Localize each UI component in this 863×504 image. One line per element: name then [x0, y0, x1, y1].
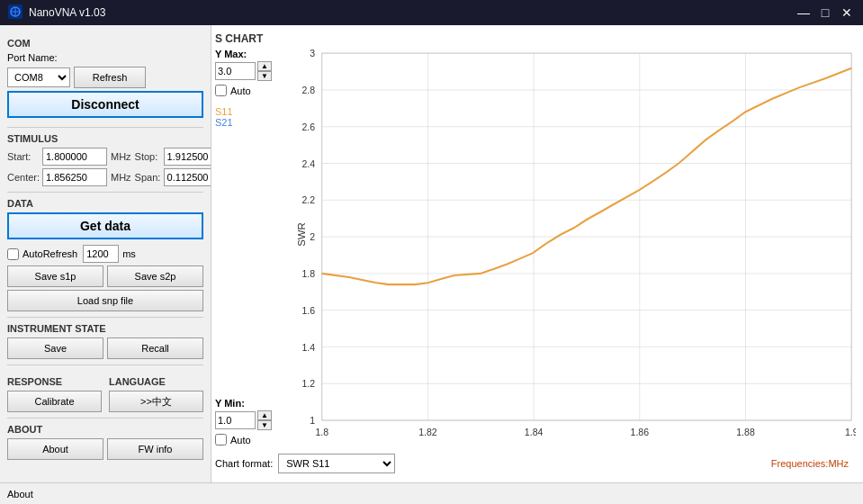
svg-text:1.4: 1.4	[301, 341, 315, 352]
svg-text:1.88: 1.88	[736, 426, 754, 436]
app-logo	[7, 4, 23, 22]
svg-text:2.2: 2.2	[301, 194, 315, 205]
app-title: NanoVNA v1.03	[29, 6, 791, 19]
recall-button[interactable]: Recall	[107, 338, 203, 359]
svg-text:1.86: 1.86	[631, 426, 649, 436]
save-s2p-button[interactable]: Save s2p	[107, 266, 203, 287]
y-max-up[interactable]: ▲	[257, 61, 272, 71]
svg-text:1.6: 1.6	[301, 304, 315, 315]
start-unit: MHz	[111, 151, 131, 162]
start-input[interactable]	[42, 148, 107, 166]
save-s1p-button[interactable]: Save s1p	[7, 266, 103, 287]
svg-text:2.6: 2.6	[301, 121, 315, 131]
language-button[interactable]: >>中文	[109, 391, 203, 412]
chart-svg: 3 2.8 2.6 2.4 2.2 2 1.8 1.6 1.4 1.2 1 1.…	[296, 49, 856, 448]
chart-format-label: Chart format:	[215, 458, 273, 469]
y-min-label: Y Min:	[215, 398, 245, 409]
y-max-auto-checkbox[interactable]	[215, 85, 227, 96]
chart-container: 3 2.8 2.6 2.4 2.2 2 1.8 1.6 1.4 1.2 1 1.…	[296, 49, 856, 448]
calibrate-button[interactable]: Calibrate	[7, 391, 102, 412]
frequencies-label: Frequencies:MHz	[771, 458, 849, 469]
load-snp-button[interactable]: Load snp file	[7, 290, 203, 311]
svg-text:1.84: 1.84	[525, 426, 543, 436]
get-data-button[interactable]: Get data	[7, 212, 203, 239]
svg-text:1.8: 1.8	[301, 268, 315, 279]
y-min-input[interactable]	[215, 411, 256, 429]
minimize-button[interactable]: —	[795, 4, 813, 22]
statusbar: About	[0, 482, 863, 504]
right-panel: S CHART Y Max: ▲ ▼	[211, 25, 863, 482]
port-name-label: Port Name:	[7, 52, 58, 63]
svg-text:2.4: 2.4	[301, 158, 315, 168]
chart-format-select[interactable]: SWR S11 SWR S21 S11 Smith S21 Phase S11 …	[278, 454, 395, 473]
close-button[interactable]: ✕	[838, 4, 856, 22]
y-max-auto-label: Auto	[230, 86, 251, 96]
instrument-state-label: INSTRUMENT STATE	[7, 323, 203, 334]
start-label: Start:	[7, 151, 39, 162]
svg-text:1.8: 1.8	[315, 426, 328, 436]
response-label: RESPONSE	[7, 376, 102, 387]
stop-label: Stop:	[135, 151, 160, 162]
svg-text:2.8: 2.8	[301, 85, 315, 95]
autorefresh-label: AutoRefresh	[22, 248, 77, 259]
left-panel: COM Port Name: COM8 Refresh Disconnect S…	[0, 25, 211, 482]
status-about-text: About	[7, 489, 33, 500]
chart-area: Y Max: ▲ ▼ Auto S11	[215, 49, 856, 448]
center-label: Center:	[7, 172, 39, 183]
y-min-down[interactable]: ▼	[257, 420, 272, 430]
y-min-auto-label: Auto	[230, 435, 251, 446]
bottom-bar: Chart format: SWR S11 SWR S21 S11 Smith …	[215, 452, 856, 475]
titlebar: NanoVNA v1.03 — □ ✕	[0, 0, 863, 25]
data-section-label: DATA	[7, 198, 203, 209]
about-section-label: ABOUT	[7, 424, 203, 435]
svg-text:1.82: 1.82	[418, 426, 436, 436]
y-min-up[interactable]: ▲	[257, 410, 272, 420]
center-input[interactable]	[42, 168, 107, 186]
chart-title: S CHART	[215, 32, 856, 45]
autorefresh-input[interactable]	[83, 245, 119, 263]
span-label: Span:	[135, 172, 160, 183]
s21-legend: S21	[215, 117, 292, 128]
svg-text:1.2: 1.2	[301, 378, 315, 389]
save-state-button[interactable]: Save	[7, 338, 103, 359]
svg-text:1: 1	[310, 415, 315, 426]
svg-text:SWR: SWR	[296, 222, 306, 247]
com-section-label: COM	[7, 38, 203, 49]
language-label: LANGUAGE	[109, 376, 203, 387]
autorefresh-checkbox[interactable]	[7, 248, 19, 260]
disconnect-button[interactable]: Disconnect	[7, 91, 203, 118]
svg-text:1.9: 1.9	[845, 426, 856, 436]
stimulus-label: STIMULUS	[7, 133, 203, 144]
maximize-button[interactable]: □	[816, 4, 834, 22]
fw-info-button[interactable]: FW info	[107, 438, 203, 460]
y-max-down[interactable]: ▼	[257, 71, 272, 81]
span-input[interactable]	[164, 168, 211, 186]
stop-input[interactable]	[164, 148, 211, 166]
s11-legend: S11	[215, 106, 292, 117]
y-max-label: Y Max:	[215, 49, 247, 59]
y-controls: Y Max: ▲ ▼ Auto S11	[215, 49, 296, 448]
svg-text:2: 2	[310, 231, 315, 242]
y-min-auto-checkbox[interactable]	[215, 434, 227, 446]
about-button[interactable]: About	[7, 438, 103, 460]
svg-text:3: 3	[310, 49, 315, 58]
refresh-button[interactable]: Refresh	[74, 67, 146, 88]
port-select[interactable]: COM8	[7, 68, 70, 87]
center-unit: MHz	[111, 172, 131, 183]
ms-label: ms	[122, 248, 136, 259]
y-max-input[interactable]	[215, 62, 256, 80]
